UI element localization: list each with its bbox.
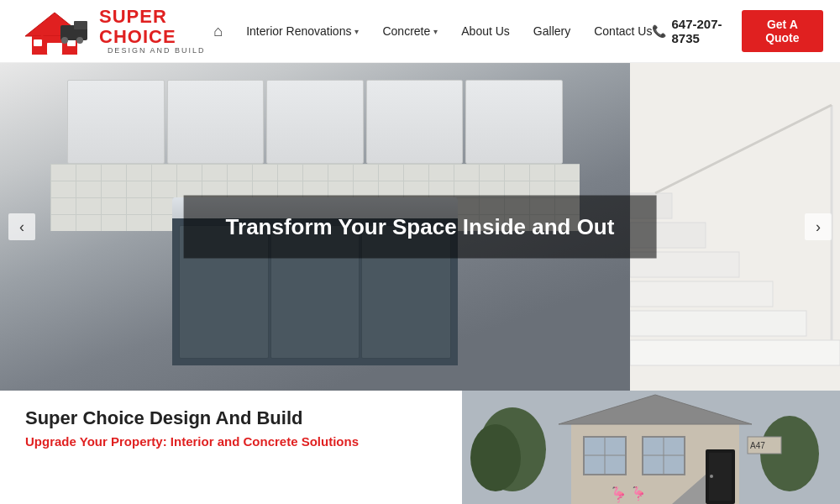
logo-image (17, 4, 92, 59)
svg-rect-2 (47, 43, 62, 55)
nav-interior-renovations[interactable]: Interior Renovations ▾ (246, 24, 359, 38)
nav-concrete[interactable]: Concrete ▾ (382, 24, 438, 38)
hero-title: Transform Your Space Inside and Out (226, 214, 615, 239)
svg-rect-6 (74, 21, 87, 29)
company-name: Super Choice Design And Build (25, 407, 437, 429)
chevron-icon: ▾ (354, 27, 359, 36)
company-tagline: Upgrade Your Property: Interior and Conc… (25, 434, 437, 449)
cabinet (167, 80, 265, 164)
cabinets-top (67, 80, 563, 164)
cabinet (67, 80, 165, 164)
svg-text:🦩: 🦩 (609, 486, 628, 504)
hero-section: Transform Your Space Inside and Out ‹ › (0, 63, 840, 391)
svg-rect-11 (630, 340, 840, 365)
logo-sub: DESIGN AND BUILD (99, 47, 213, 55)
nav-gallery[interactable]: Gallery (533, 24, 570, 38)
main-nav: ⌂ Interior Renovations ▾ Concrete ▾ Abou… (213, 23, 652, 40)
phone-number: 647-207-8735 (671, 17, 731, 45)
nav-contact-us[interactable]: Contact Us (594, 24, 652, 38)
header-right: 📞 647-207-8735 Get A Quote (652, 10, 823, 52)
svg-rect-13 (630, 281, 773, 307)
phone-area: 📞 647-207-8735 (652, 17, 731, 45)
svg-point-21 (470, 424, 521, 491)
svg-point-33 (710, 475, 713, 478)
slide-next-button[interactable]: › (805, 213, 832, 240)
svg-point-7 (61, 37, 68, 44)
header: SUPER CHOICE DESIGN AND BUILD ⌂ Interior… (0, 0, 840, 63)
house-image-area: 🦩 🦩 A47 (462, 391, 840, 504)
svg-rect-3 (34, 39, 42, 46)
slide-prev-button[interactable]: ‹ (8, 213, 35, 240)
bottom-section: Super Choice Design And Build Upgrade Yo… (0, 391, 840, 504)
svg-rect-12 (630, 311, 806, 336)
nav-home[interactable]: ⌂ (213, 23, 223, 40)
cabinet (366, 80, 464, 164)
svg-rect-4 (67, 39, 76, 46)
svg-text:A47: A47 (750, 441, 765, 450)
logo-name: SUPER CHOICE (99, 7, 213, 47)
bottom-left-content: Super Choice Design And Build Upgrade Yo… (0, 391, 462, 504)
cabinet (465, 80, 563, 164)
logo-text: SUPER CHOICE DESIGN AND BUILD (99, 7, 213, 55)
hero-overlay: Transform Your Space Inside and Out (184, 196, 657, 259)
svg-point-8 (76, 37, 83, 44)
svg-text:🦩: 🦩 (630, 486, 647, 501)
cabinet (266, 80, 364, 164)
get-quote-button[interactable]: Get A Quote (742, 10, 823, 52)
chevron-icon: ▾ (433, 27, 438, 36)
phone-icon: 📞 (652, 24, 666, 38)
nav-about-us[interactable]: About Us (461, 24, 510, 38)
logo-area: SUPER CHOICE DESIGN AND BUILD (17, 4, 213, 59)
